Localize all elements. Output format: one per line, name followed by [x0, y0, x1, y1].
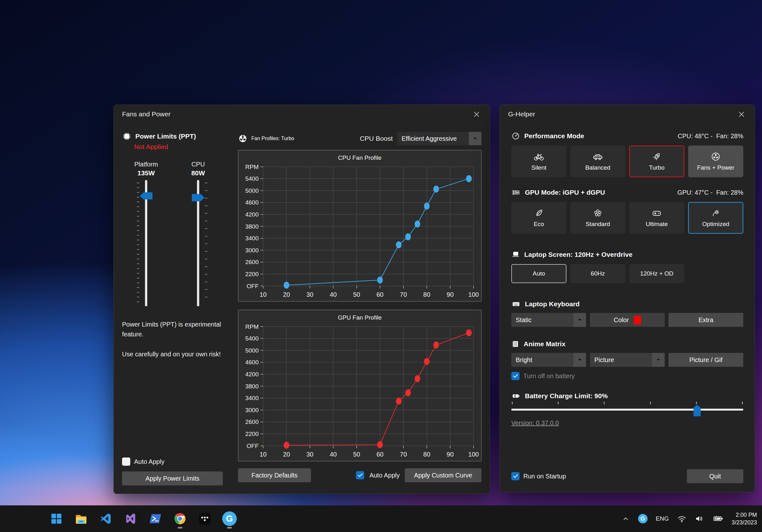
quit-button[interactable]: Quit	[687, 469, 743, 483]
visual-studio-button[interactable]	[122, 508, 139, 529]
ghelper-titlebar[interactable]: G-Helper	[500, 105, 755, 123]
screen-button-60hz[interactable]: 60Hz	[570, 264, 625, 283]
fan-circle-icon	[711, 152, 721, 162]
gpu-button-eco[interactable]: Eco	[511, 202, 567, 234]
svg-text:3400: 3400	[245, 395, 259, 401]
g-helper-window: G-Helper Performance Mode CPU: 48°C - Fa…	[499, 105, 755, 493]
laptop-screen-heading: Laptop Screen: 120Hz + Overdrive	[524, 251, 632, 259]
windows-start-icon	[50, 512, 63, 525]
chevron-down-icon[interactable]	[573, 313, 586, 327]
matrix-mode-dropdown[interactable]: Picture	[590, 353, 665, 367]
gpu-button-ultimate[interactable]: Ultimate	[629, 202, 684, 234]
matrix-battery-toggle-row[interactable]: Turn off on battery	[511, 372, 743, 380]
svg-text:OFF: OFF	[247, 443, 259, 449]
fans-titlebar[interactable]: Fans and Power	[114, 105, 490, 123]
svg-text:20: 20	[283, 451, 290, 458]
gpu-button-standard[interactable]: Standard	[570, 202, 625, 234]
svg-text:5400: 5400	[245, 335, 259, 342]
file-explorer-icon	[74, 512, 88, 526]
close-icon	[739, 112, 744, 117]
mode-button-silent[interactable]: Silent	[511, 145, 567, 177]
factory-defaults-button[interactable]: Factory Defaults	[238, 468, 311, 482]
taskbar-apps: G	[0, 508, 238, 529]
g-helper-taskbar-button[interactable]: G	[221, 508, 238, 529]
flower-icon	[593, 208, 603, 218]
platform-slider-thumb[interactable]	[140, 192, 152, 199]
matrix-picture-gif-button[interactable]: Picture / Gif	[668, 353, 743, 367]
mode-button-turbo-selected[interactable]: Turbo	[629, 145, 684, 177]
power-auto-apply-checkbox[interactable]	[122, 458, 130, 466]
gpu-fan-chart: GPU Fan Profile OFF220026003000340038004…	[238, 310, 482, 461]
g-helper-tray-icon[interactable]: G	[638, 514, 648, 523]
leaf-icon	[534, 208, 544, 218]
chevron-down-icon[interactable]	[573, 353, 586, 367]
screen-button-120hz-od[interactable]: 120Hz + OD	[629, 264, 684, 283]
cpu-power-slider[interactable]	[174, 180, 222, 307]
battery-charge-slider[interactable]	[511, 401, 743, 416]
wifi-icon[interactable]	[677, 514, 687, 523]
desktop: Fans and Power Power Limits (PPT) Not Ap…	[0, 0, 762, 532]
svg-text:2600: 2600	[245, 259, 259, 266]
battery-slider-track[interactable]	[511, 409, 743, 411]
cpu-boost-dropdown[interactable]: Efficient Aggressive	[397, 132, 482, 145]
gpu-button-optimized-selected[interactable]: Optimized	[688, 202, 743, 234]
svg-text:30: 30	[306, 451, 313, 458]
power-auto-apply-row[interactable]: Auto Apply	[122, 458, 230, 466]
keyboard-color-button[interactable]: Color	[590, 313, 665, 327]
gpu-fan-chart-canvas[interactable]: OFF220026003000340038004200460050005400R…	[238, 323, 481, 461]
svg-text:70: 70	[400, 451, 407, 458]
matrix-brightness-dropdown[interactable]: Bright	[511, 353, 586, 367]
svg-text:30: 30	[306, 291, 313, 298]
vscode-button[interactable]	[98, 508, 114, 529]
language-indicator[interactable]: ENG	[656, 515, 669, 522]
battery-slider-thumb[interactable]	[694, 405, 701, 416]
cpu-boost-label: CPU Boost	[360, 135, 393, 142]
tidal-button[interactable]	[196, 508, 213, 529]
color-swatch	[634, 316, 641, 324]
volume-icon[interactable]	[695, 514, 704, 523]
file-explorer-button[interactable]	[73, 508, 89, 529]
power-limits-panel: Power Limits (PPT) Not Applied Platform …	[114, 123, 238, 494]
run-on-startup-row[interactable]: Run on Startup	[511, 472, 566, 480]
platform-power-slider[interactable]	[122, 180, 170, 307]
keyboard-mode-dropdown[interactable]: Static	[511, 313, 586, 327]
chevron-down-icon[interactable]	[469, 132, 482, 145]
svg-text:90: 90	[447, 291, 454, 298]
platform-slider-ticks	[137, 183, 139, 304]
mode-button-balanced[interactable]: Balanced	[570, 145, 625, 177]
fans-and-power-window: Fans and Power Power Limits (PPT) Not Ap…	[114, 105, 490, 494]
run-on-startup-label: Run on Startup	[523, 473, 566, 480]
curve-auto-apply-checkbox[interactable]	[356, 471, 364, 479]
version-link[interactable]: Version: 0.37.0.0	[511, 419, 559, 427]
powershell-button[interactable]	[147, 508, 164, 529]
svg-text:3000: 3000	[245, 407, 259, 414]
cpu-boost-value: Efficient Aggressive	[397, 135, 469, 142]
svg-text:5400: 5400	[245, 175, 259, 182]
run-on-startup-checkbox[interactable]	[511, 472, 519, 480]
clock[interactable]: 2:00 PM 3/23/2023	[731, 511, 757, 527]
platform-label: Platform	[122, 161, 170, 168]
screen-button-auto-selected[interactable]: Auto	[511, 264, 567, 283]
fans-close-button[interactable]	[470, 108, 483, 120]
apply-custom-curve-button[interactable]: Apply Custom Curve	[405, 468, 482, 482]
svg-text:3000: 3000	[245, 247, 259, 254]
keyboard-mode-value: Static	[511, 316, 573, 324]
optimization-gear-icon	[711, 208, 721, 218]
chrome-button[interactable]	[172, 508, 188, 529]
fan-profiles-heading: Fan Profiles: Turbo	[251, 136, 294, 141]
mode-button-fans-power-active[interactable]: Fans + Power	[688, 145, 743, 177]
apply-power-limits-button[interactable]: Apply Power Limits	[122, 472, 223, 486]
keyboard-extra-button[interactable]: Extra	[668, 313, 743, 327]
svg-text:90: 90	[447, 451, 454, 458]
power-limits-heading: Power Limits (PPT)	[135, 132, 196, 140]
start-button[interactable]	[48, 508, 65, 529]
ghelper-close-button[interactable]	[735, 108, 748, 120]
battery-slider-ticks	[512, 402, 743, 404]
tray-chevron-up-icon[interactable]	[622, 514, 630, 523]
cpu-slider-thumb[interactable]	[192, 194, 204, 201]
turn-off-on-battery-checkbox[interactable]	[511, 372, 519, 380]
chevron-down-icon[interactable]	[652, 353, 665, 367]
svg-text:OFF: OFF	[247, 283, 259, 289]
battery-charging-icon[interactable]	[713, 514, 723, 523]
cpu-fan-chart-canvas[interactable]: OFF220026003000340038004200460050005400R…	[238, 164, 481, 301]
